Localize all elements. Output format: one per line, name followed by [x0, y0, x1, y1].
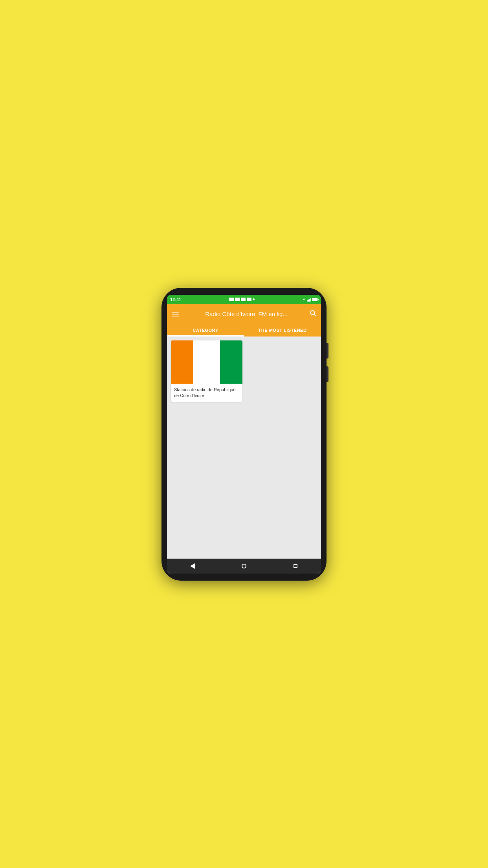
- battery-fill: [313, 298, 317, 301]
- flag-image: [171, 340, 242, 384]
- app-title: Radio Côte d'Ivoire: FM en lig...: [183, 311, 309, 317]
- status-icon-4: [247, 298, 251, 301]
- status-bar: 12:41 ▼: [167, 295, 321, 304]
- flag-stripe-orange: [171, 340, 193, 384]
- tab-most-listened[interactable]: THE MOST LISTENED: [244, 324, 321, 337]
- flag-stripe-green: [220, 340, 242, 384]
- home-button[interactable]: [238, 560, 250, 572]
- home-icon: [242, 564, 246, 568]
- signal-bar-2: [308, 300, 309, 302]
- station-card-label: Stations de radio de République de Côte …: [171, 384, 242, 402]
- status-right-icons: ▼: [302, 298, 318, 302]
- signal-bar-4: [310, 298, 311, 302]
- tab-category[interactable]: CATEGORY: [167, 324, 244, 337]
- bottom-nav: [167, 559, 321, 574]
- status-icon-1: [229, 298, 234, 301]
- list-item[interactable]: Stations de radio de République de Côte …: [171, 340, 242, 402]
- hamburger-line-3: [172, 316, 179, 316]
- volume-up-button[interactable]: [327, 343, 328, 359]
- wifi-icon: ▼: [302, 298, 306, 302]
- svg-point-0: [310, 311, 315, 315]
- status-icons: [229, 298, 255, 301]
- phone-device: 12:41 ▼: [161, 288, 327, 581]
- status-time: 12:41: [170, 297, 181, 302]
- content-area: Stations de radio de République de Côte …: [167, 337, 321, 559]
- recents-button[interactable]: [290, 560, 301, 572]
- status-dot: [253, 298, 255, 300]
- battery-icon: [312, 298, 318, 301]
- menu-button[interactable]: [172, 312, 179, 316]
- hamburger-line-2: [172, 314, 179, 314]
- svg-line-1: [314, 314, 316, 316]
- app-bar: Radio Côte d'Ivoire: FM en lig...: [167, 304, 321, 324]
- signal-bar-1: [307, 300, 308, 302]
- recents-icon: [294, 564, 297, 568]
- volume-down-button[interactable]: [327, 366, 328, 382]
- status-icon-2: [235, 298, 240, 301]
- tab-category-label: CATEGORY: [193, 328, 218, 333]
- signal-bar-3: [309, 299, 310, 302]
- status-icon-3: [241, 298, 246, 301]
- card-grid: Stations de radio de République de Côte …: [171, 340, 317, 402]
- phone-screen: 12:41 ▼: [167, 295, 321, 574]
- flag-stripe-white: [193, 340, 220, 384]
- signal-icon: [307, 298, 311, 302]
- hamburger-line-1: [172, 312, 179, 313]
- tab-most-listened-label: THE MOST LISTENED: [259, 328, 307, 333]
- tab-bar: CATEGORY THE MOST LISTENED: [167, 324, 321, 337]
- back-icon: [190, 563, 195, 569]
- search-button[interactable]: [309, 309, 316, 318]
- back-button[interactable]: [187, 560, 198, 572]
